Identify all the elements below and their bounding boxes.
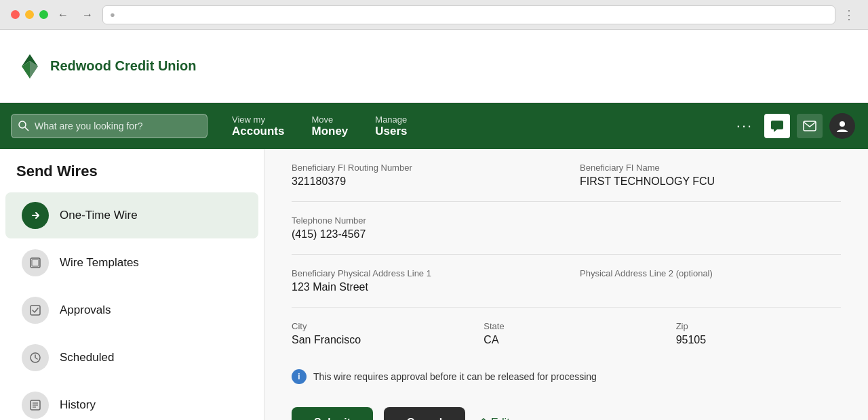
routing-number-label: Beneficiary FI Routing Number xyxy=(292,163,553,173)
city-value: San Francisco xyxy=(292,334,456,346)
search-container[interactable]: What are you looking for? xyxy=(0,114,218,138)
main-layout: Send Wires One-Time Wire Wire Templates xyxy=(0,149,868,420)
city-group: City San Francisco xyxy=(292,321,456,346)
chat-button[interactable] xyxy=(762,111,792,141)
back-button[interactable]: ← xyxy=(54,8,73,22)
address-line1-label: Beneficiary Physical Address Line 1 xyxy=(292,268,553,278)
pencil-icon xyxy=(476,417,487,420)
state-value: CA xyxy=(484,334,648,346)
routing-number-value: 321180379 xyxy=(292,175,553,188)
telephone-label: Telephone Number xyxy=(292,215,841,226)
window-chrome: ← → ● ⋮ xyxy=(0,0,868,30)
state-group: State CA xyxy=(484,321,648,346)
divider-3 xyxy=(292,307,841,308)
forward-button[interactable]: → xyxy=(78,8,97,22)
traffic-lights xyxy=(11,10,48,19)
search-placeholder: What are you looking for? xyxy=(35,121,143,131)
scheduled-icon xyxy=(22,344,49,371)
svg-point-6 xyxy=(840,121,845,127)
content-area: Beneficiary FI Routing Number 321180379 … xyxy=(264,149,868,420)
sidebar-item-one-time-wire[interactable]: One-Time Wire xyxy=(5,192,258,238)
mail-button[interactable] xyxy=(795,111,825,141)
sidebar-item-history[interactable]: History xyxy=(5,382,258,420)
sidebar-item-history-label: History xyxy=(60,398,96,412)
user-avatar xyxy=(829,113,855,139)
app-header: Redwood Credit Union xyxy=(0,30,868,103)
telephone-group: Telephone Number (415) 123-4567 xyxy=(292,215,841,240)
city-state-zip-row: City San Francisco State CA Zip 95105 xyxy=(292,321,841,346)
submit-button[interactable]: Submit xyxy=(292,407,373,420)
fi-name-label: Beneficiary FI Name xyxy=(580,163,841,173)
one-time-wire-icon xyxy=(22,202,49,229)
sidebar: Send Wires One-Time Wire Wire Templates xyxy=(0,149,264,420)
svg-rect-9 xyxy=(32,259,39,266)
url-bar[interactable]: ● xyxy=(102,5,835,24)
routing-fi-row: Beneficiary FI Routing Number 321180379 … xyxy=(292,163,841,188)
sidebar-item-wire-templates-label: Wire Templates xyxy=(60,256,139,270)
edit-button[interactable]: Edit xyxy=(476,417,510,420)
sidebar-title: Send Wires xyxy=(0,149,264,191)
info-icon: i xyxy=(292,369,307,384)
telephone-row: Telephone Number (415) 123-4567 xyxy=(292,215,841,240)
more-options-button[interactable]: ··· xyxy=(730,111,760,141)
svg-rect-3 xyxy=(771,121,783,129)
info-banner: i This wire requires approval before it … xyxy=(292,360,841,394)
chat-icon xyxy=(764,114,790,138)
city-label: City xyxy=(292,321,456,331)
close-dot[interactable] xyxy=(11,10,20,19)
address-line1-group: Beneficiary Physical Address Line 1 123 … xyxy=(292,268,553,293)
nav-item-money[interactable]: Move Money xyxy=(298,103,361,149)
sidebar-item-wire-templates[interactable]: Wire Templates xyxy=(5,240,258,286)
routing-number-group: Beneficiary FI Routing Number 321180379 xyxy=(292,163,553,188)
search-box[interactable]: What are you looking for? xyxy=(11,114,208,138)
telephone-value: (415) 123-4567 xyxy=(292,228,841,240)
sidebar-item-approvals[interactable]: Approvals xyxy=(5,287,258,333)
edit-label: Edit xyxy=(491,417,510,420)
sidebar-item-scheduled[interactable]: Scheduled xyxy=(5,335,258,381)
window-controls-right: ⋮ xyxy=(841,7,857,22)
nav-item-money-main: Money xyxy=(311,125,348,138)
fi-name-value: FIRST TECHNOLOGY FCU xyxy=(580,175,841,188)
nav-items: View my Accounts Move Money Manage Users xyxy=(218,103,719,149)
address-line1-value: 123 Main Street xyxy=(292,281,553,293)
nav-item-accounts-sub: View my xyxy=(232,114,284,125)
sidebar-item-approvals-label: Approvals xyxy=(60,303,111,317)
sidebar-item-scheduled-label: Scheduled xyxy=(60,351,114,364)
svg-point-1 xyxy=(19,121,26,128)
nav-item-users-sub: Manage xyxy=(375,114,407,125)
nav-bar: What are you looking for? View my Accoun… xyxy=(0,103,868,149)
zip-label: Zip xyxy=(676,321,841,331)
svg-line-2 xyxy=(25,127,28,131)
nav-item-money-sub: Move xyxy=(311,114,348,125)
history-icon xyxy=(22,392,49,419)
svg-rect-5 xyxy=(804,121,816,131)
divider-2 xyxy=(292,254,841,255)
user-menu-button[interactable] xyxy=(827,111,857,141)
state-label: State xyxy=(484,321,648,331)
maximize-dot[interactable] xyxy=(39,10,48,19)
url-search-icon: ● xyxy=(110,9,115,20)
divider-1 xyxy=(292,201,841,202)
address-row: Beneficiary Physical Address Line 1 123 … xyxy=(292,268,841,293)
info-message: This wire requires approval before it ca… xyxy=(313,371,597,382)
address-line2-label: Physical Address Line 2 (optional) xyxy=(580,268,841,278)
mail-icon xyxy=(797,114,823,138)
search-icon xyxy=(18,121,29,131)
nav-item-users-main: Users xyxy=(375,125,407,138)
sidebar-item-one-time-wire-label: One-Time Wire xyxy=(60,209,138,222)
logo-area: Redwood Credit Union xyxy=(16,51,197,81)
approvals-icon xyxy=(22,297,49,324)
nav-item-accounts-main: Accounts xyxy=(232,125,284,138)
logo-text: Redwood Credit Union xyxy=(50,58,197,74)
fi-name-group: Beneficiary FI Name FIRST TECHNOLOGY FCU xyxy=(580,163,841,188)
nav-item-users[interactable]: Manage Users xyxy=(361,103,420,149)
svg-rect-10 xyxy=(31,306,40,315)
minimize-dot[interactable] xyxy=(25,10,34,19)
address-line2-group: Physical Address Line 2 (optional) xyxy=(580,268,841,293)
svg-marker-4 xyxy=(774,129,777,132)
cancel-button[interactable]: Cancel xyxy=(384,407,465,420)
zip-value: 95105 xyxy=(676,334,841,346)
button-row: Submit Cancel Edit xyxy=(292,407,841,420)
logo-icon xyxy=(16,51,43,81)
nav-item-accounts[interactable]: View my Accounts xyxy=(218,103,298,149)
